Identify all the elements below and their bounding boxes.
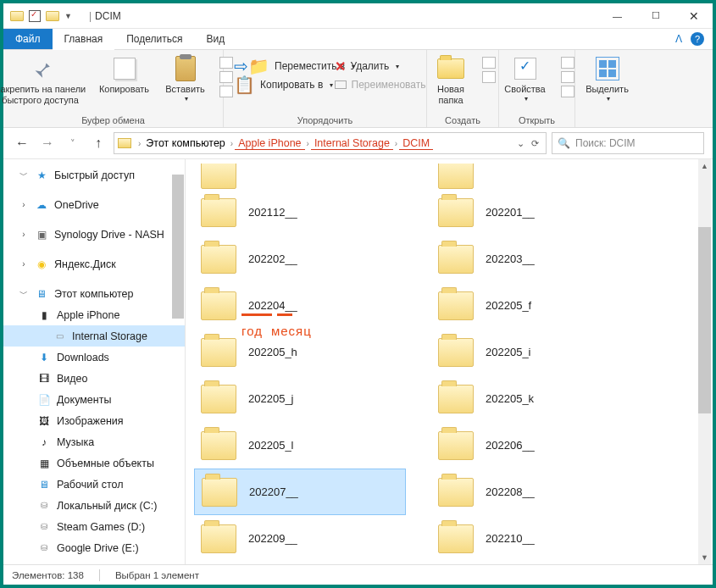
- help-icon[interactable]: ?: [691, 32, 704, 46]
- crumb-internal[interactable]: Internal Storage: [311, 137, 393, 150]
- nav-synology[interactable]: ›▣Synology Drive - NASH: [3, 224, 185, 245]
- folder-item[interactable]: [431, 164, 643, 189]
- close-button[interactable]: ✕: [674, 3, 713, 28]
- folder-item[interactable]: 202210__: [431, 515, 643, 562]
- folder-item[interactable]: [194, 164, 406, 189]
- crumb-iphone[interactable]: Apple iPhone: [235, 137, 304, 150]
- folder-icon: [438, 524, 474, 553]
- folder-item[interactable]: 202208__: [431, 469, 643, 515]
- nav-quick-access[interactable]: ﹀★Быстрый доступ: [3, 164, 185, 186]
- select-button[interactable]: Выделить▾: [582, 53, 633, 103]
- scroll-down-icon[interactable]: ▼: [698, 551, 711, 564]
- folder-icon: [438, 291, 474, 320]
- navigation-pane[interactable]: ﹀★Быстрый доступ ›☁OneDrive ›▣Synology D…: [3, 159, 186, 564]
- easy-access-icon[interactable]: [482, 71, 496, 83]
- folder-item[interactable]: 202205_i: [431, 329, 643, 375]
- nav-yandex[interactable]: ›◉Яндекс.Диск: [3, 253, 185, 275]
- file-list[interactable]: 202112__202202__202204__годмесяц202205_h…: [186, 159, 713, 564]
- nav-disk-g[interactable]: ⛁Локальный диск (G:): [3, 558, 185, 564]
- nav-video[interactable]: 🎞Видео: [3, 368, 185, 389]
- forward-button[interactable]: →: [37, 133, 58, 153]
- properties-button[interactable]: Свойства▾: [500, 53, 551, 103]
- folder-icon: [438, 478, 474, 507]
- status-count: Элементов: 138: [12, 570, 84, 580]
- folder-label: 202112__: [248, 206, 297, 219]
- back-button[interactable]: ←: [12, 133, 32, 153]
- folder-item[interactable]: 202205_k: [431, 375, 643, 422]
- address-bar[interactable]: › Этот компьютер› Apple iPhone› Internal…: [114, 132, 547, 154]
- nav-disk-d[interactable]: ⛁Steam Games (D:): [3, 516, 185, 537]
- folder-icon: [118, 138, 131, 148]
- folder-item[interactable]: 202202__: [194, 236, 406, 282]
- folder-label: 202202__: [248, 252, 297, 265]
- crumb-dcim[interactable]: DCIM: [399, 137, 433, 150]
- tab-view[interactable]: Вид: [194, 29, 236, 49]
- folder-item[interactable]: 202205_f: [431, 282, 643, 329]
- folder-icon: [201, 164, 236, 189]
- folder-item[interactable]: 202207__: [194, 469, 406, 515]
- app-icon: [10, 11, 24, 21]
- folder-icon: [201, 245, 236, 274]
- folder-label: 202205_l: [248, 439, 294, 452]
- folder-item[interactable]: 202201__: [431, 189, 643, 236]
- folder-item[interactable]: 202205_h: [194, 329, 406, 375]
- qat-folder-icon[interactable]: [46, 11, 59, 21]
- ribbon-collapse-icon[interactable]: ᐱ: [675, 33, 682, 45]
- folder-item[interactable]: 202112__: [194, 189, 406, 236]
- new-item-icon[interactable]: [482, 57, 496, 69]
- rename-button[interactable]: Переименовать: [331, 75, 430, 94]
- copy-button[interactable]: Копировать: [94, 53, 155, 95]
- scrollbar-thumb[interactable]: [698, 227, 711, 413]
- address-dropdown-icon[interactable]: ⌄: [517, 138, 525, 149]
- qat-properties-icon[interactable]: [29, 10, 41, 22]
- nav-music[interactable]: ♪Музыка: [3, 431, 185, 452]
- folder-item[interactable]: 202203__: [431, 236, 643, 282]
- folder-item[interactable]: 202205_j: [194, 375, 406, 422]
- nav-disk-e[interactable]: ⛁Google Drive (E:): [3, 537, 185, 558]
- folder-label: 202210__: [486, 532, 535, 545]
- history-dropdown[interactable]: ˅: [63, 133, 83, 153]
- ribbon: Закрепить на панели быстрого доступа Коп…: [3, 50, 713, 128]
- folder-label: 202206__: [486, 439, 535, 452]
- folder-item[interactable]: 202204__годмесяц: [194, 282, 406, 329]
- paste-button[interactable]: Вставить▾: [162, 53, 209, 103]
- nav-disk-c[interactable]: ⛁Локальный диск (C:): [3, 495, 185, 516]
- window-title: |DCIM: [79, 10, 598, 22]
- tab-file[interactable]: Файл: [3, 29, 53, 49]
- folder-label: 202209__: [248, 532, 297, 545]
- nav-downloads[interactable]: ⬇Downloads: [3, 347, 185, 368]
- tab-share[interactable]: Поделиться: [114, 29, 194, 49]
- scroll-up-icon[interactable]: ▲: [698, 159, 711, 173]
- folder-item[interactable]: 202206__: [431, 422, 643, 469]
- history-icon[interactable]: [561, 86, 574, 97]
- nav-scrollbar[interactable]: [172, 175, 184, 319]
- maximize-button[interactable]: ☐: [636, 3, 674, 28]
- delete-button[interactable]: ✕Удалить▾: [331, 57, 430, 75]
- nav-this-pc[interactable]: ﹀🖥Этот компьютер: [3, 283, 185, 304]
- nav-desktop[interactable]: 🖥Рабочий стол: [3, 474, 185, 495]
- minimize-button[interactable]: —: [598, 3, 636, 28]
- nav-3d-objects[interactable]: ▦Объемные объекты: [3, 452, 185, 474]
- nav-internal-storage[interactable]: ▭Internal Storage: [3, 325, 185, 347]
- qat-dropdown-icon[interactable]: ▼: [64, 12, 72, 20]
- folder-label: 202204__: [248, 299, 297, 312]
- nav-onedrive[interactable]: ›☁OneDrive: [3, 194, 185, 215]
- new-folder-button[interactable]: Новая папка: [430, 53, 472, 105]
- explorer-window: ▼ |DCIM — ☐ ✕ Файл Главная Поделиться Ви…: [3, 3, 713, 585]
- crumb-pc[interactable]: Этот компьютер: [142, 137, 228, 149]
- folder-icon: [201, 524, 236, 553]
- folder-item[interactable]: 202205_l: [194, 422, 406, 469]
- pin-quickaccess-button[interactable]: Закрепить на панели быстрого доступа: [0, 53, 87, 105]
- nav-images[interactable]: 🖼Изображения: [3, 410, 185, 431]
- refresh-icon[interactable]: ⟳: [531, 138, 539, 149]
- search-input[interactable]: 🔍 Поиск: DCIM: [552, 132, 704, 154]
- tab-home[interactable]: Главная: [53, 30, 115, 50]
- folder-item[interactable]: 202209__: [194, 515, 406, 562]
- nav-documents[interactable]: 📄Документы: [3, 389, 185, 410]
- folder-label: 202208__: [486, 485, 535, 498]
- open-icon[interactable]: [561, 57, 574, 69]
- up-button[interactable]: ↑: [88, 133, 108, 153]
- edit-icon[interactable]: [561, 71, 574, 83]
- nav-iphone[interactable]: ▮Apple iPhone: [3, 304, 185, 325]
- folder-label: 202205_f: [486, 299, 531, 312]
